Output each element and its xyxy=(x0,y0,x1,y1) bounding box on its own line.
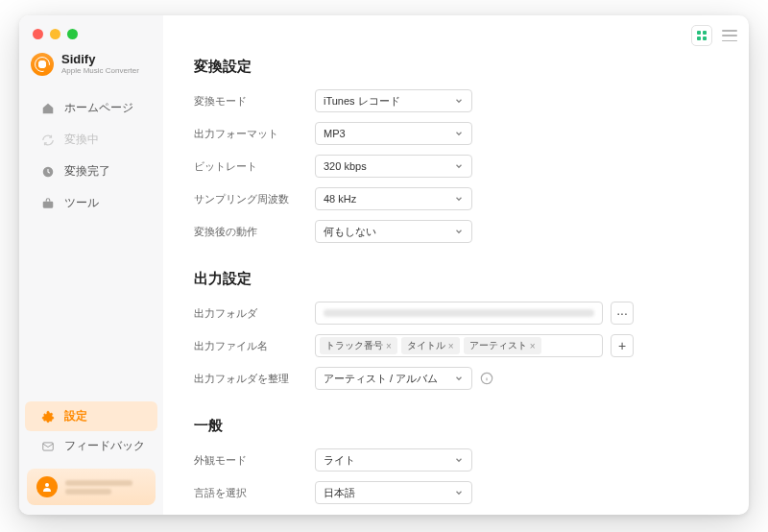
sidebar-item-label: フィードバック xyxy=(64,438,145,454)
info-icon[interactable] xyxy=(480,372,493,385)
select-bitrate[interactable]: 320 kbps xyxy=(315,155,472,178)
mail-icon xyxy=(40,439,55,453)
row-label: 外観モード xyxy=(194,453,315,468)
select-value: iTunes レコード xyxy=(324,94,400,109)
account-info xyxy=(65,480,132,495)
section-output: 出力設定 出力フォルダ ··· 出力ファイル名 トラック番号× タイトル× xyxy=(194,270,712,390)
chevron-down-icon xyxy=(454,161,464,171)
filename-tag[interactable]: タイトル× xyxy=(401,337,460,354)
sidebar-item-label: ホームページ xyxy=(64,100,133,116)
sidebar-item-tools[interactable]: ツール xyxy=(25,188,157,218)
section-general: 一般 外観モード ライト 言語を選択 日本語 xyxy=(194,417,712,504)
sidebar-nav: ホームページ 変換中 変換完了 ツール xyxy=(19,89,163,218)
chevron-down-icon xyxy=(454,194,464,204)
sidebar-item-label: 変換中 xyxy=(64,132,99,148)
select-value: 日本語 xyxy=(324,486,355,500)
select-value: ライト xyxy=(324,453,355,468)
sidebar-item-feedback[interactable]: フィードバック xyxy=(25,431,157,461)
brand-logo-icon xyxy=(31,53,54,76)
sidebar-item-settings[interactable]: 設定 xyxy=(25,401,157,431)
select-value: アーティスト / アルバム xyxy=(324,372,438,386)
brand-name: Sidify xyxy=(61,53,139,66)
select-convert-mode[interactable]: iTunes レコード xyxy=(315,89,472,112)
select-after-convert[interactable]: 何もしない xyxy=(315,220,472,243)
remove-tag-icon[interactable]: × xyxy=(386,341,392,351)
row-bitrate: ビットレート 320 kbps xyxy=(194,155,712,178)
plus-icon: + xyxy=(618,338,626,353)
ellipsis-icon: ··· xyxy=(616,305,628,321)
sidebar-item-label: 変換完了 xyxy=(64,163,110,180)
select-output-format[interactable]: MP3 xyxy=(315,122,472,145)
chevron-down-icon xyxy=(454,374,464,383)
row-output-folder: 出力フォルダ ··· xyxy=(194,302,712,325)
avatar-icon xyxy=(36,476,58,497)
row-after-convert: 変換後の動作 何もしない xyxy=(194,220,712,243)
minimize-window-button[interactable] xyxy=(50,29,60,39)
sidebar-item-home[interactable]: ホームページ xyxy=(25,93,157,123)
app-window: Sidify Apple Music Converter ホームページ 変換中 xyxy=(19,15,749,515)
row-label: 変換モード xyxy=(194,94,315,109)
row-language: 言語を選択 日本語 xyxy=(194,481,712,504)
brand-subtitle: Apple Music Converter xyxy=(61,67,139,76)
row-organize-folder: 出力フォルダを整理 アーティスト / アルバム xyxy=(194,367,712,390)
row-sample-rate: サンプリング周波数 48 kHz xyxy=(194,187,712,210)
sidebar: Sidify Apple Music Converter ホームページ 変換中 xyxy=(19,15,163,515)
refresh-icon xyxy=(40,133,55,147)
output-path-value xyxy=(324,309,594,317)
sidebar-item-label: ツール xyxy=(64,195,99,211)
filename-pattern-field[interactable]: トラック番号× タイトル× アーティスト× xyxy=(315,334,603,357)
brand: Sidify Apple Music Converter xyxy=(19,49,163,89)
svg-rect-1 xyxy=(42,201,53,207)
select-value: 48 kHz xyxy=(324,193,356,205)
account-card[interactable] xyxy=(27,469,156,505)
svg-rect-3 xyxy=(42,442,53,449)
svg-point-4 xyxy=(45,483,49,487)
select-sample-rate[interactable]: 48 kHz xyxy=(315,187,472,210)
sidebar-item-completed[interactable]: 変換完了 xyxy=(25,157,157,186)
close-window-button[interactable] xyxy=(33,29,43,39)
row-appearance: 外観モード ライト xyxy=(194,448,712,472)
chevron-down-icon xyxy=(454,455,464,465)
filename-tag[interactable]: トラック番号× xyxy=(320,337,397,354)
output-folder-field[interactable] xyxy=(315,302,603,325)
row-output-filename: 出力ファイル名 トラック番号× タイトル× アーティスト× + xyxy=(194,334,712,357)
row-label: ビットレート xyxy=(194,159,315,174)
sidebar-item-converting[interactable]: 変換中 xyxy=(25,125,157,155)
row-label: サンプリング周波数 xyxy=(194,192,315,206)
remove-tag-icon[interactable]: × xyxy=(448,341,454,351)
section-conversion: 変換設定 変換モード iTunes レコード 出力フォーマット MP3 xyxy=(194,58,712,243)
select-appearance[interactable]: ライト xyxy=(315,448,472,472)
row-label: 出力フォルダ xyxy=(194,306,315,321)
main-content: 変換設定 変換モード iTunes レコード 出力フォーマット MP3 xyxy=(163,15,749,515)
chevron-down-icon xyxy=(454,96,464,106)
filename-tag[interactable]: アーティスト× xyxy=(464,337,541,354)
chevron-down-icon xyxy=(454,129,464,138)
gear-icon xyxy=(40,409,55,423)
row-label: 出力ファイル名 xyxy=(194,339,315,353)
chevron-down-icon xyxy=(454,488,464,497)
clock-icon xyxy=(40,164,55,179)
remove-tag-icon[interactable]: × xyxy=(530,341,536,351)
sidebar-item-label: 設定 xyxy=(64,408,87,424)
chevron-down-icon xyxy=(454,227,464,236)
row-label: 出力フォルダを整理 xyxy=(194,372,315,386)
home-icon xyxy=(40,101,55,115)
section-title: 出力設定 xyxy=(194,270,712,288)
section-title: 一般 xyxy=(194,417,712,435)
row-label: 言語を選択 xyxy=(194,486,315,500)
browse-folder-button[interactable]: ··· xyxy=(611,302,634,325)
window-controls xyxy=(19,15,163,49)
select-value: MP3 xyxy=(324,128,346,139)
select-organize-folder[interactable]: アーティスト / アルバム xyxy=(315,367,472,390)
select-value: 320 kbps xyxy=(324,160,367,172)
select-value: 何もしない xyxy=(324,225,376,239)
row-convert-mode: 変換モード iTunes レコード xyxy=(194,89,712,112)
section-title: 変換設定 xyxy=(194,58,712,76)
toolbox-icon xyxy=(40,196,55,210)
add-filename-tag-button[interactable]: + xyxy=(611,334,634,357)
row-output-format: 出力フォーマット MP3 xyxy=(194,122,712,145)
select-language[interactable]: 日本語 xyxy=(315,481,472,504)
maximize-window-button[interactable] xyxy=(67,29,78,39)
row-label: 出力フォーマット xyxy=(194,127,315,141)
row-label: 変換後の動作 xyxy=(194,225,315,239)
